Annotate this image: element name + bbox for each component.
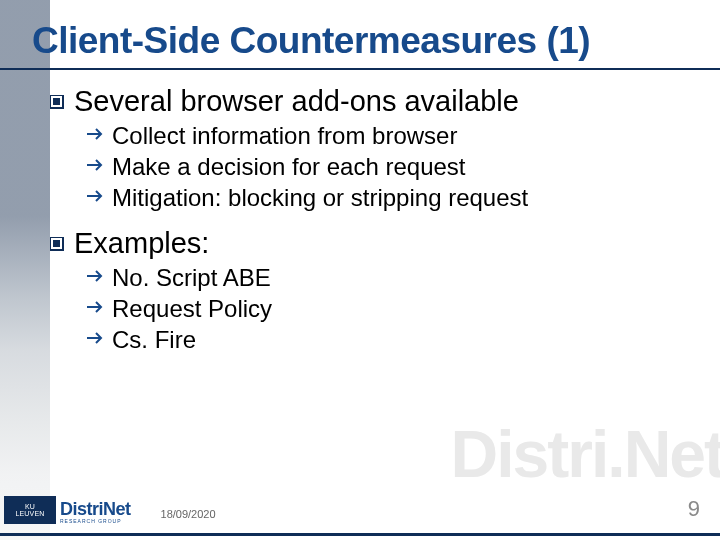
bottom-rule xyxy=(0,533,720,536)
bullet-level1: Examples: xyxy=(50,227,690,260)
page-number: 9 xyxy=(688,496,700,522)
subbullet-text: Make a decision for each request xyxy=(112,153,466,182)
slide-footer: KULEUVEN DistriNet RESEARCH GROUP 18/09/… xyxy=(0,486,720,530)
bullet-level2: Request Policy xyxy=(86,295,690,324)
bullet-level2: Make a decision for each request xyxy=(86,153,690,182)
bullet-level2: No. Script ABE xyxy=(86,264,690,293)
bullet-level2: Mitigation: blocking or stripping reques… xyxy=(86,184,690,213)
ku-leuven-logo: KULEUVEN xyxy=(4,496,56,524)
title-rule xyxy=(0,68,720,70)
subbullet-text: Collect information from browser xyxy=(112,122,457,151)
sub-bullets: No. Script ABE Request Policy Cs. Fire xyxy=(86,264,690,354)
arrow-bullet-icon xyxy=(86,189,106,209)
subbullet-text: Mitigation: blocking or stripping reques… xyxy=(112,184,528,213)
square-bullet-icon xyxy=(50,95,64,109)
bullet-text: Several browser add-ons available xyxy=(74,85,519,118)
distrinet-logo: DistriNet RESEARCH GROUP xyxy=(60,499,131,524)
svg-rect-1 xyxy=(53,98,60,105)
arrow-bullet-icon xyxy=(86,300,106,320)
subbullet-text: Request Policy xyxy=(112,295,272,324)
arrow-bullet-icon xyxy=(86,127,106,147)
subbullet-text: No. Script ABE xyxy=(112,264,271,293)
bullet-level2: Cs. Fire xyxy=(86,326,690,355)
arrow-bullet-icon xyxy=(86,269,106,289)
bullet-level1: Several browser add-ons available xyxy=(50,85,690,118)
square-bullet-icon xyxy=(50,237,64,251)
watermark-logo: Distri.Net xyxy=(451,416,720,492)
bullet-text: Examples: xyxy=(74,227,209,260)
slide-date: 18/09/2020 xyxy=(161,508,216,520)
arrow-bullet-icon xyxy=(86,158,106,178)
sub-bullets: Collect information from browser Make a … xyxy=(86,122,690,212)
arrow-bullet-icon xyxy=(86,331,106,351)
subbullet-text: Cs. Fire xyxy=(112,326,196,355)
slide-title: Client-Side Countermeasures (1) xyxy=(32,20,690,62)
bullet-level2: Collect information from browser xyxy=(86,122,690,151)
svg-rect-3 xyxy=(53,240,60,247)
